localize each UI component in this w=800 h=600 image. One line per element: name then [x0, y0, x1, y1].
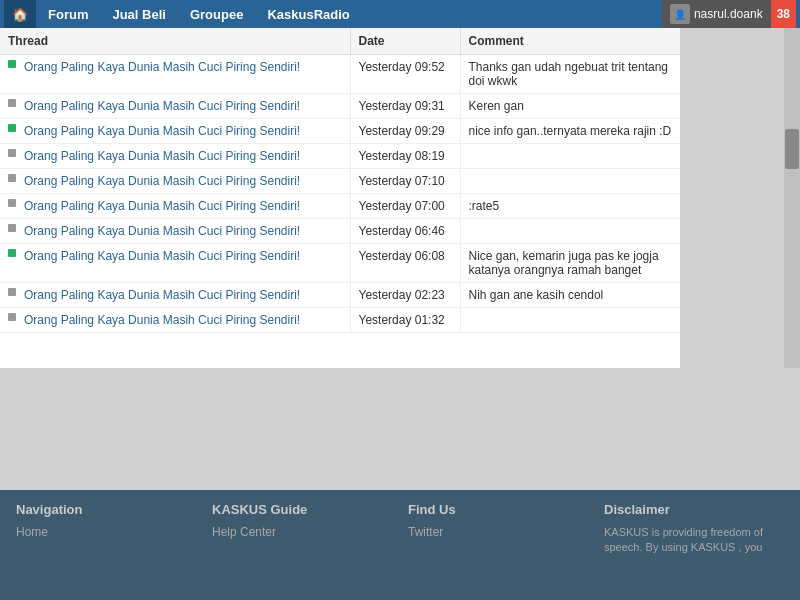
nav-items: Forum Jual Beli Groupee KaskusRadio: [36, 0, 662, 28]
table-row: Orang Paling Kaya Dunia Masih Cuci Pirin…: [0, 283, 680, 308]
thread-table: Thread Date Comment Orang Paling Kaya Du…: [0, 28, 680, 333]
status-dot: [8, 174, 16, 182]
table-row: Orang Paling Kaya Dunia Masih Cuci Pirin…: [0, 194, 680, 219]
status-dot: [8, 224, 16, 232]
thread-cell: Orang Paling Kaya Dunia Masih Cuci Pirin…: [0, 194, 350, 219]
main-content: Thread Date Comment Orang Paling Kaya Du…: [0, 28, 680, 368]
table-row: Orang Paling Kaya Dunia Masih Cuci Pirin…: [0, 119, 680, 144]
thread-cell: Orang Paling Kaya Dunia Masih Cuci Pirin…: [0, 169, 350, 194]
col-header-comment: Comment: [460, 28, 680, 55]
status-dot: [8, 149, 16, 157]
status-dot: [8, 313, 16, 321]
comment-cell: Thanks gan udah ngebuat trit tentang doi…: [460, 55, 680, 94]
footer-findus-title: Find Us: [408, 502, 588, 517]
thread-link[interactable]: Orang Paling Kaya Dunia Masih Cuci Pirin…: [24, 313, 300, 327]
footer-link-twitter[interactable]: Twitter: [408, 525, 588, 539]
footer-col-navigation: Navigation Home: [8, 502, 204, 556]
comment-cell: [460, 308, 680, 333]
thread-link[interactable]: Orang Paling Kaya Dunia Masih Cuci Pirin…: [24, 199, 300, 213]
footer-link-helpcenter[interactable]: Help Center: [212, 525, 392, 539]
nav-kaskusradio[interactable]: KaskusRadio: [255, 0, 361, 28]
thread-link[interactable]: Orang Paling Kaya Dunia Masih Cuci Pirin…: [24, 224, 300, 238]
footer-link-home[interactable]: Home: [16, 525, 196, 539]
comment-cell: Nih gan ane kasih cendol: [460, 283, 680, 308]
nav-forum[interactable]: Forum: [36, 0, 100, 28]
status-dot: [8, 249, 16, 257]
footer-col-disclaimer: Disclaimer KASKUS is providing freedom o…: [596, 502, 792, 556]
thread-link[interactable]: Orang Paling Kaya Dunia Masih Cuci Pirin…: [24, 174, 300, 188]
footer-inner: Navigation Home KASKUS Guide Help Center…: [0, 502, 800, 556]
footer: Navigation Home KASKUS Guide Help Center…: [0, 490, 800, 600]
table-row: Orang Paling Kaya Dunia Masih Cuci Pirin…: [0, 244, 680, 283]
avatar: 👤: [670, 4, 690, 24]
table-row: Orang Paling Kaya Dunia Masih Cuci Pirin…: [0, 55, 680, 94]
table-row: Orang Paling Kaya Dunia Masih Cuci Pirin…: [0, 219, 680, 244]
gray-spacer: [0, 368, 800, 508]
col-header-thread: Thread: [0, 28, 350, 55]
user-info[interactable]: 👤 nasrul.doank: [662, 0, 771, 28]
status-dot: [8, 124, 16, 132]
user-area: 👤 nasrul.doank 38: [662, 0, 796, 28]
footer-col-findus: Find Us Twitter: [400, 502, 596, 556]
nav-groupee[interactable]: Groupee: [178, 0, 255, 28]
footer-guide-title: KASKUS Guide: [212, 502, 392, 517]
thread-link[interactable]: Orang Paling Kaya Dunia Masih Cuci Pirin…: [24, 249, 300, 263]
thread-cell: Orang Paling Kaya Dunia Masih Cuci Pirin…: [0, 219, 350, 244]
home-button[interactable]: 🏠: [4, 0, 36, 28]
thread-link[interactable]: Orang Paling Kaya Dunia Masih Cuci Pirin…: [24, 99, 300, 113]
status-dot: [8, 199, 16, 207]
sidebar-area: [680, 28, 800, 368]
col-header-date: Date: [350, 28, 460, 55]
date-cell: Yesterday 06:08: [350, 244, 460, 283]
footer-disclaimer-text: KASKUS is providing freedom of speech. B…: [604, 525, 784, 556]
nav-jualbeli[interactable]: Jual Beli: [100, 0, 177, 28]
notification-badge[interactable]: 38: [771, 0, 796, 28]
comment-cell: [460, 219, 680, 244]
thread-cell: Orang Paling Kaya Dunia Masih Cuci Pirin…: [0, 283, 350, 308]
date-cell: Yesterday 06:46: [350, 219, 460, 244]
thread-cell: Orang Paling Kaya Dunia Masih Cuci Pirin…: [0, 94, 350, 119]
footer-disclaimer-title: Disclaimer: [604, 502, 784, 517]
date-cell: Yesterday 09:29: [350, 119, 460, 144]
comment-cell: [460, 169, 680, 194]
date-cell: Yesterday 07:00: [350, 194, 460, 219]
comment-cell: Nice gan, kemarin juga pas ke jogja kata…: [460, 244, 680, 283]
footer-col-guide: KASKUS Guide Help Center: [204, 502, 400, 556]
table-row: Orang Paling Kaya Dunia Masih Cuci Pirin…: [0, 169, 680, 194]
status-dot: [8, 288, 16, 296]
thread-cell: Orang Paling Kaya Dunia Masih Cuci Pirin…: [0, 144, 350, 169]
date-cell: Yesterday 08:19: [350, 144, 460, 169]
date-cell: Yesterday 07:10: [350, 169, 460, 194]
date-cell: Yesterday 01:32: [350, 308, 460, 333]
thread-cell: Orang Paling Kaya Dunia Masih Cuci Pirin…: [0, 119, 350, 144]
footer-nav-title: Navigation: [16, 502, 196, 517]
status-dot: [8, 99, 16, 107]
table-row: Orang Paling Kaya Dunia Masih Cuci Pirin…: [0, 94, 680, 119]
comment-cell: Keren gan: [460, 94, 680, 119]
comment-cell: nice info gan..ternyata mereka rajin :D: [460, 119, 680, 144]
date-cell: Yesterday 02:23: [350, 283, 460, 308]
thread-link[interactable]: Orang Paling Kaya Dunia Masih Cuci Pirin…: [24, 124, 300, 138]
scrollbar[interactable]: [784, 28, 800, 368]
thread-link[interactable]: Orang Paling Kaya Dunia Masih Cuci Pirin…: [24, 288, 300, 302]
thread-cell: Orang Paling Kaya Dunia Masih Cuci Pirin…: [0, 55, 350, 94]
thread-cell: Orang Paling Kaya Dunia Masih Cuci Pirin…: [0, 244, 350, 283]
status-dot: [8, 60, 16, 68]
date-cell: Yesterday 09:52: [350, 55, 460, 94]
table-row: Orang Paling Kaya Dunia Masih Cuci Pirin…: [0, 144, 680, 169]
username: nasrul.doank: [694, 7, 763, 21]
top-nav: 🏠 Forum Jual Beli Groupee KaskusRadio 👤 …: [0, 0, 800, 28]
table-row: Orang Paling Kaya Dunia Masih Cuci Pirin…: [0, 308, 680, 333]
thread-link[interactable]: Orang Paling Kaya Dunia Masih Cuci Pirin…: [24, 60, 300, 74]
date-cell: Yesterday 09:31: [350, 94, 460, 119]
scrollbar-thumb[interactable]: [785, 129, 799, 169]
thread-link[interactable]: Orang Paling Kaya Dunia Masih Cuci Pirin…: [24, 149, 300, 163]
thread-cell: Orang Paling Kaya Dunia Masih Cuci Pirin…: [0, 308, 350, 333]
comment-cell: [460, 144, 680, 169]
comment-cell: :rate5: [460, 194, 680, 219]
